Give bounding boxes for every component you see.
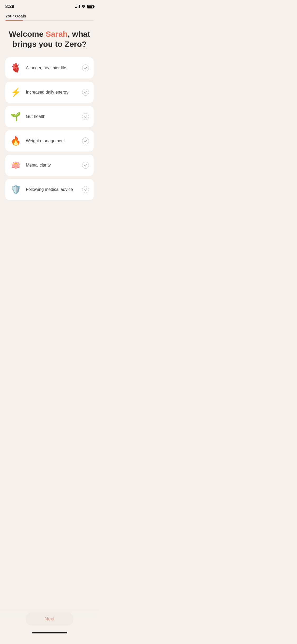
- goal-icon-gut-health: 🌱: [10, 111, 22, 122]
- goal-label-daily-energy: Increased daily energy: [26, 90, 78, 95]
- goal-icon-longer-life: 🫀: [10, 62, 22, 74]
- wifi-icon: [81, 5, 86, 9]
- goal-icon-weight-management: 🔥: [10, 135, 22, 147]
- goal-item-medical-advice[interactable]: 🛡️ Following medical advice: [5, 179, 94, 200]
- goal-label-medical-advice: Following medical advice: [26, 187, 78, 192]
- goal-check-gut-health: [82, 113, 89, 120]
- goal-item-longer-life[interactable]: 🫀 A longer, healthier life: [5, 57, 94, 79]
- goal-icon-medical-advice: 🛡️: [10, 184, 22, 195]
- welcome-heading: Welcome Sarah, what brings you to Zero?: [5, 29, 94, 49]
- goal-icon-mental-clarity: 🪷: [10, 159, 22, 171]
- progress-section: Your Goals: [0, 12, 99, 21]
- goal-check-medical-advice: [82, 186, 89, 193]
- goal-check-longer-life: [82, 65, 89, 71]
- goal-item-mental-clarity[interactable]: 🪷 Mental clarity: [5, 155, 94, 176]
- signal-icon: [75, 5, 80, 8]
- page-title: Your Goals: [5, 14, 94, 18]
- goal-label-longer-life: A longer, healthier life: [26, 66, 78, 70]
- status-icons: [75, 5, 94, 9]
- battery-icon: [87, 5, 94, 8]
- goal-check-weight-management: [82, 137, 89, 144]
- goal-item-gut-health[interactable]: 🌱 Gut health: [5, 106, 94, 127]
- welcome-prefix: Welcome: [9, 30, 46, 38]
- status-bar: 8:29: [0, 0, 99, 12]
- main-content: Welcome Sarah, what brings you to Zero? …: [0, 21, 99, 205]
- user-name: Sarah: [46, 30, 68, 38]
- goal-label-gut-health: Gut health: [26, 114, 78, 119]
- goal-item-daily-energy[interactable]: ⚡ Increased daily energy: [5, 82, 94, 103]
- goal-label-weight-management: Weight management: [26, 139, 78, 143]
- goals-list: 🫀 A longer, healthier life ⚡ Increased d…: [5, 57, 94, 200]
- goal-item-weight-management[interactable]: 🔥 Weight management: [5, 130, 94, 151]
- goal-icon-daily-energy: ⚡: [10, 86, 22, 98]
- status-time: 8:29: [5, 4, 14, 9]
- goal-label-mental-clarity: Mental clarity: [26, 163, 78, 168]
- goal-check-daily-energy: [82, 89, 89, 96]
- goal-check-mental-clarity: [82, 162, 89, 169]
